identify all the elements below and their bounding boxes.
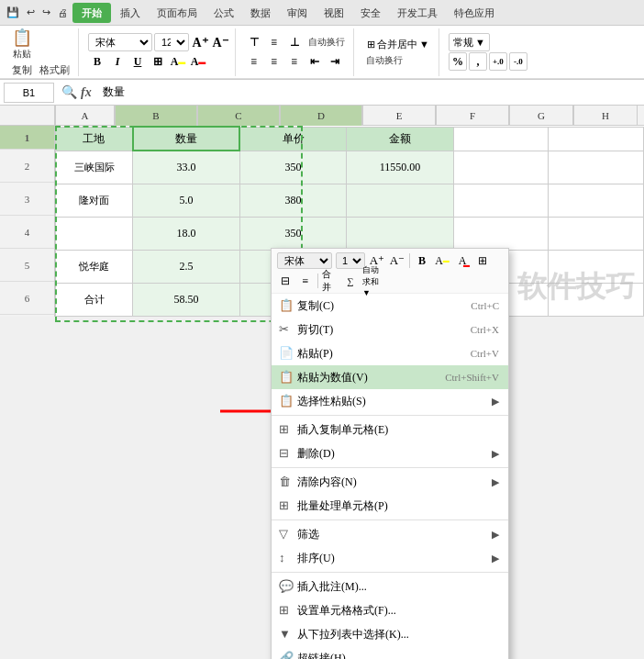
menu-item-delete[interactable]: ⊟ 删除(D) ▶: [272, 441, 508, 465]
cell-c4[interactable]: 350: [239, 217, 347, 250]
data-tab[interactable]: 数据: [243, 3, 278, 23]
cell-f2[interactable]: [549, 151, 644, 184]
cell-c2[interactable]: 350: [239, 151, 347, 184]
cell-e4[interactable]: [453, 217, 549, 250]
cell-d4[interactable]: [347, 217, 454, 250]
ctx-font-select[interactable]: 宋体: [277, 252, 332, 269]
cell-c1[interactable]: 单价: [239, 127, 347, 151]
menu-item-insert-copy[interactable]: ⊞ 插入复制单元格(E): [272, 418, 508, 441]
cell-e1[interactable]: [453, 127, 549, 151]
format-copy-button[interactable]: 格式刷: [37, 62, 72, 78]
align-left-button[interactable]: ≡: [245, 52, 263, 71]
cell-b1[interactable]: 数量: [133, 127, 240, 151]
lookup-icon[interactable]: 🔍: [61, 84, 77, 100]
menu-item-format-cell[interactable]: ⊞ 设置单元格格式(F)...: [272, 598, 508, 622]
ctx-bold-btn[interactable]: B: [414, 252, 430, 269]
font-color-button[interactable]: A▬: [189, 52, 207, 71]
cell-f4[interactable]: [549, 217, 644, 250]
decimal-inc-button[interactable]: +.0: [489, 52, 507, 71]
menu-item-insert-comment[interactable]: 💬 插入批注(M)...: [272, 575, 508, 598]
increase-font-button[interactable]: A⁺: [191, 33, 209, 51]
cell-b3[interactable]: 5.0: [133, 184, 240, 217]
wrap-text-button[interactable]: 自动换行: [305, 35, 348, 50]
menu-item-paste[interactable]: 📄 粘贴(P) Ctrl+V: [272, 341, 508, 365]
ctx-border-btn[interactable]: ⊞: [474, 252, 491, 269]
insert-tab[interactable]: 插入: [113, 3, 148, 23]
merge-button[interactable]: ⊞ 合并居中 ▼: [363, 37, 433, 52]
undo-icon[interactable]: ↩: [24, 6, 38, 19]
align-bottom-button[interactable]: ⊥: [285, 33, 304, 51]
auto-wrap-button[interactable]: 自动换行: [363, 53, 405, 68]
col-header-e[interactable]: E: [362, 106, 436, 126]
menu-item-cut[interactable]: ✂ 剪切(T) Ctrl+X: [272, 318, 508, 341]
thousands-button[interactable]: ,: [469, 52, 487, 71]
security-tab[interactable]: 安全: [353, 3, 388, 23]
cell-a6[interactable]: 合计: [56, 283, 133, 316]
bold-button[interactable]: B: [88, 52, 106, 71]
align-top-button[interactable]: ⊤: [245, 33, 263, 51]
menu-item-clear[interactable]: 🗑 清除内容(N) ▶: [272, 470, 508, 494]
developer-tab[interactable]: 开发工具: [390, 3, 445, 23]
border-button[interactable]: ⊞: [149, 52, 167, 71]
ctx-fill-color-btn[interactable]: A▬: [434, 252, 450, 269]
col-header-g[interactable]: G: [509, 106, 573, 126]
align-right-button[interactable]: ≡: [285, 52, 304, 71]
copy-button[interactable]: 复制: [9, 62, 35, 78]
font-family-select[interactable]: 宋体: [88, 33, 152, 51]
cell-d1[interactable]: 金额: [347, 127, 454, 151]
cell-d2[interactable]: 11550.00: [347, 151, 454, 184]
cell-b6[interactable]: 58.50: [133, 283, 240, 316]
ctx-merge-btn[interactable]: ⊟: [277, 273, 294, 289]
underline-button[interactable]: U: [128, 52, 147, 71]
cell-a3[interactable]: 隆对面: [56, 184, 133, 217]
formula-input[interactable]: 数量: [99, 84, 640, 101]
page-layout-tab[interactable]: 页面布局: [150, 3, 205, 23]
paste-button[interactable]: 📋 粘贴: [9, 27, 35, 61]
view-tab[interactable]: 视图: [316, 3, 351, 23]
menu-item-paste-special[interactable]: 📋 选择性粘贴(S) ▶: [272, 389, 508, 413]
menu-item-sort[interactable]: ↕ 排序(U) ▶: [272, 546, 508, 570]
align-middle-button[interactable]: ≡: [265, 33, 283, 51]
ctx-size-select[interactable]: 12: [336, 252, 365, 269]
col-header-h[interactable]: H: [573, 106, 638, 126]
menu-item-paste-value[interactable]: 📋 粘贴为数值(V) Ctrl+Shift+V: [272, 365, 508, 389]
review-tab[interactable]: 审阅: [280, 3, 315, 23]
menu-item-filter[interactable]: ▽ 筛选 ▶: [272, 522, 508, 546]
menu-item-copy[interactable]: 📋 复制(C) Ctrl+C: [272, 294, 508, 318]
cell-c3[interactable]: 380: [239, 184, 347, 217]
indent-dec-button[interactable]: ⇤: [305, 52, 324, 71]
cell-a1[interactable]: 工地: [56, 127, 133, 151]
cell-e3[interactable]: [453, 184, 549, 217]
ctx-merge-center-btn[interactable]: 合并: [322, 273, 339, 289]
indent-inc-button[interactable]: ⇥: [326, 52, 344, 71]
print-icon[interactable]: 🖨: [55, 6, 71, 19]
number-format-select[interactable]: 常规 ▼: [449, 33, 490, 51]
cell-reference-input[interactable]: [4, 83, 54, 103]
align-center-button[interactable]: ≡: [265, 52, 283, 71]
fill-color-button[interactable]: A▬: [169, 52, 187, 71]
formula-tab[interactable]: 公式: [206, 3, 241, 23]
menu-item-hyperlink[interactable]: 🔗 超链接(H): [272, 646, 508, 659]
cell-f3[interactable]: [549, 184, 644, 217]
cell-f5[interactable]: [549, 250, 644, 283]
ctx-autosum-btn[interactable]: ∑: [342, 273, 359, 289]
italic-button[interactable]: I: [108, 52, 127, 71]
special-tab[interactable]: 特色应用: [447, 3, 502, 23]
fx-icon[interactable]: fx: [81, 85, 92, 100]
col-header-c[interactable]: C: [197, 106, 280, 126]
ctx-decrease-font[interactable]: A⁻: [389, 252, 405, 269]
menu-item-dropdown-select[interactable]: ▼ 从下拉列表中选择(K)...: [272, 622, 508, 646]
menu-item-batch[interactable]: ⊞ 批量处理单元格(P): [272, 494, 508, 518]
decimal-dec-button[interactable]: -.0: [509, 52, 527, 71]
cell-f1[interactable]: [549, 127, 644, 151]
start-tab[interactable]: 开始: [72, 3, 111, 23]
cell-b4[interactable]: 18.0: [133, 217, 240, 250]
ctx-left-align-btn[interactable]: ≡: [297, 273, 314, 289]
ctx-autosum-label[interactable]: 自动求和▼: [362, 273, 379, 289]
col-header-f[interactable]: F: [436, 106, 509, 126]
redo-icon[interactable]: ↪: [39, 6, 53, 19]
cell-a5[interactable]: 悦华庭: [56, 250, 133, 283]
quick-save-icon[interactable]: 💾: [4, 6, 22, 19]
cell-d3[interactable]: [347, 184, 454, 217]
cell-e2[interactable]: [453, 151, 549, 184]
